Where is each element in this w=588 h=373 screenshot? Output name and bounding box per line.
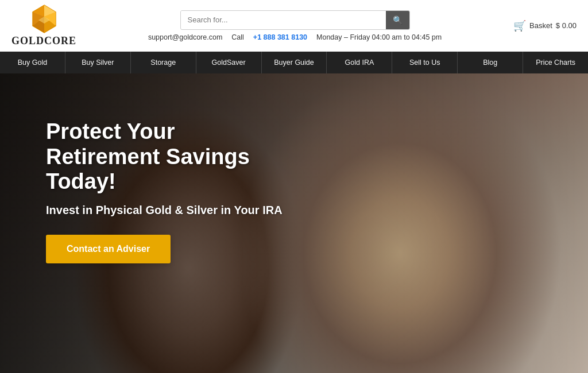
nav-item-price-charts[interactable]: Price Charts [523, 52, 588, 73]
hero-content: Protect Your Retirement Savings Today! I… [46, 119, 287, 263]
nav-item-storage[interactable]: Storage [131, 52, 196, 73]
contact-info: support@goldcore.com Call +1 888 381 813… [148, 33, 442, 41]
nav-item-goldsaver[interactable]: GoldSaver [196, 52, 262, 73]
hours-label: Monday – Friday 04:00 am to 04:45 pm [316, 33, 442, 41]
nav-item-buyer-guide[interactable]: Buyer Guide [262, 52, 327, 73]
search-input[interactable] [181, 11, 386, 29]
hero-subheadline: Invest in Physical Gold & Silver in Your… [46, 203, 287, 217]
basket-area[interactable]: 🛒 Basket $ 0.00 [513, 20, 577, 32]
search-bar[interactable]: 🔍 [180, 10, 410, 30]
nav-item-gold-ira[interactable]: Gold IRA [327, 52, 392, 73]
search-button[interactable]: 🔍 [386, 11, 409, 29]
phone-number: +1 888 381 8130 [253, 33, 307, 41]
nav-item-buy-silver[interactable]: Buy Silver [65, 52, 131, 73]
header-center: 🔍 support@goldcore.com Call +1 888 381 8… [76, 10, 513, 41]
nav-item-buy-gold[interactable]: Buy Gold [0, 52, 65, 73]
basket-amount: $ 0.00 [556, 21, 577, 30]
nav-item-blog[interactable]: Blog [458, 52, 523, 73]
nav-item-sell-to-us[interactable]: Sell to Us [392, 52, 458, 73]
cta-button[interactable]: Contact an Adviser [46, 235, 171, 263]
hero-section: Protect Your Retirement Savings Today! I… [0, 73, 588, 373]
hero-headline: Protect Your Retirement Savings Today! [46, 119, 287, 195]
basket-label: Basket [529, 21, 552, 30]
logo-text: GoldCore [11, 35, 76, 47]
logo-icon [29, 4, 59, 34]
main-navigation: Buy GoldBuy SilverStorageGoldSaverBuyer … [0, 52, 588, 73]
call-label: Call [231, 33, 244, 41]
site-header: GoldCore 🔍 support@goldcore.com Call +1 … [0, 0, 588, 52]
support-email: support@goldcore.com [148, 33, 222, 41]
logo-area[interactable]: GoldCore [11, 4, 76, 47]
basket-icon: 🛒 [513, 20, 526, 32]
